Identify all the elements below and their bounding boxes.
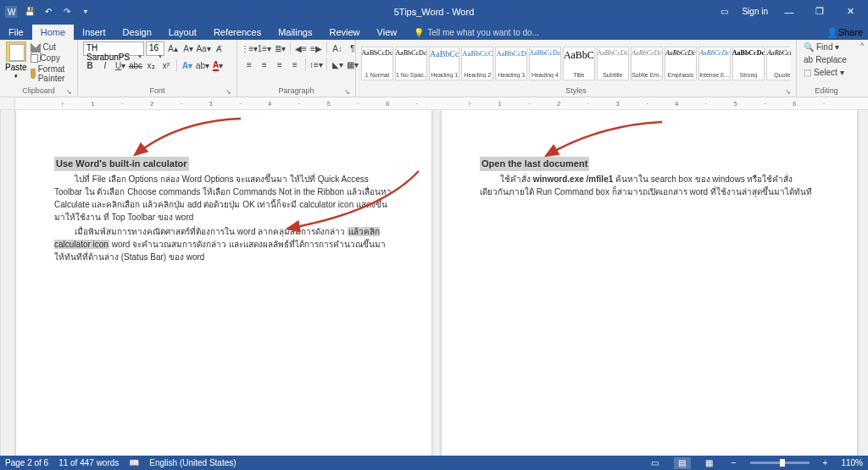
style-item[interactable]: AaBbCcCHeading 2 [461,47,493,80]
bullets-button[interactable]: ⋮≡▾ [242,41,256,55]
paste-button[interactable]: Paste ▾ [5,41,27,80]
change-case-button[interactable]: Aa▾ [197,42,210,56]
tab-view[interactable]: View [369,25,406,40]
zoom-out-button[interactable]: − [728,458,740,467]
strikethrough-button[interactable]: abc [129,58,142,72]
read-mode-icon[interactable]: ▭ [647,457,664,469]
align-right-button[interactable]: ≡ [273,58,287,71]
sort-button[interactable]: A↓ [331,41,344,55]
share-button[interactable]: 👤Share [826,27,863,38]
increase-indent-button[interactable]: ≡▶ [309,41,323,55]
horizontal-ruler[interactable]: ·1·2·3·4·5·6· ·1·2·3·4·5·6· [0,97,868,110]
restore-button[interactable]: ❐ [807,3,832,20]
align-left-button[interactable]: ≡ [242,58,256,71]
style-item[interactable]: AaBbCcDc1 Normal [361,47,393,80]
paragraph-group-label: Paragraph [278,86,314,95]
tab-review[interactable]: Review [321,25,369,40]
superscript-button[interactable]: x² [159,58,173,72]
shading-button[interactable]: ◣▾ [331,58,344,71]
style-item[interactable]: AaBbCcDcSubtitle [597,47,629,80]
document-canvas[interactable]: Use Word's built-in calculator ไปที่ Fil… [0,110,868,456]
status-language[interactable]: English (United States) [149,458,236,467]
eraser-icon: A̸ [216,44,222,53]
tab-insert[interactable]: Insert [74,25,114,40]
web-layout-icon[interactable]: ▦ [701,457,718,469]
subscript-button[interactable]: x₂ [144,58,158,72]
undo-icon[interactable]: ↶ [42,6,54,18]
font-color-button[interactable]: A▾ [211,58,225,72]
text-effects-button[interactable]: A▾ [181,58,194,72]
tab-mailings[interactable]: Mailings [270,25,320,40]
paragraph-launcher-icon[interactable]: ↘ [344,88,350,96]
cursor-icon: ⬚ [804,68,811,77]
shrink-font-button[interactable]: A▾ [181,42,195,56]
minimize-button[interactable]: — [776,3,802,20]
align-center-button[interactable]: ≡ [258,58,271,71]
save-icon[interactable]: 💾 [24,6,36,18]
svg-text:W: W [8,8,16,17]
tab-home[interactable]: Home [32,25,74,40]
style-item[interactable]: AaBbCcDcHeading 4 [529,47,561,80]
style-item[interactable]: AaBbCcDHeading 3 [495,47,526,80]
status-page[interactable]: Page 2 of 6 [5,458,48,467]
clipboard-launcher-icon[interactable]: ↘ [66,88,72,96]
multilevel-list-button[interactable]: ≣▾ [273,41,287,55]
qat-customize-icon[interactable]: ▼ [80,6,92,18]
style-item[interactable]: AaBbCcDcSubtle Em... [631,47,663,80]
collapse-ribbon-icon[interactable]: ^ [860,41,864,50]
decrease-indent-button[interactable]: ◀≡ [294,41,308,55]
cut-button[interactable]: Cut [31,41,72,52]
tab-layout[interactable]: Layout [160,25,205,40]
line-spacing-button[interactable]: ↕≡▾ [309,58,323,71]
numbering-button[interactable]: 1≡▾ [258,41,271,55]
tab-design[interactable]: Design [114,25,160,40]
select-button[interactable]: ⬚Select ▾ [802,67,851,78]
redo-icon[interactable]: ↷ [61,6,73,18]
document-page[interactable]: Use Word's built-in calculator ไปที่ Fil… [16,110,431,456]
tab-file[interactable]: File [0,25,32,40]
style-item[interactable]: AaBbCTitle [563,47,595,80]
copy-icon [31,54,38,63]
style-item[interactable]: AaBbCcDcStrong [732,47,765,80]
justify-button[interactable]: ≡ [288,58,302,71]
status-spellcheck-icon[interactable]: 📖 [129,458,139,467]
zoom-slider[interactable] [750,462,810,464]
style-item[interactable]: AaBbCcDcEmphasis [665,47,697,80]
section-heading: Use Word's built-in calculator [54,157,189,171]
share-icon: 👤 [826,27,838,37]
grow-font-button[interactable]: A▴ [166,42,180,56]
bucket-icon: ◣ [332,60,339,69]
styles-gallery[interactable]: AaBbCcDc1 NormalAaBbCcDc1 No Spac...AaBb… [361,41,791,86]
copy-button[interactable]: Copy [31,53,72,63]
signin-link[interactable]: Sign in [742,7,768,16]
editing-group-label: Editing [815,86,838,95]
font-launcher-icon[interactable]: ↘ [225,88,231,96]
style-item[interactable]: AaBbCcDc1 No Spac... [395,47,427,80]
style-item[interactable]: AaBbCcDcIntense E... [698,47,731,80]
replace-icon: ab [804,55,813,64]
highlight-button[interactable]: ab▾ [196,58,209,72]
find-button[interactable]: 🔍Find ▾ [802,41,851,53]
tell-me-search[interactable]: 💡Tell me what you want to do... [405,25,548,40]
zoom-level[interactable]: 110% [841,458,863,467]
styles-launcher-icon[interactable]: ↘ [785,88,791,96]
ribbon-display-icon[interactable]: ▭ [711,3,737,20]
font-size-combo[interactable]: 16 [146,41,164,56]
tab-references[interactable]: References [205,25,270,40]
style-item[interactable]: AaBbCcDcQuote [766,47,791,80]
close-button[interactable]: ✕ [837,3,863,20]
word-app-icon: W [5,6,17,18]
zoom-in-button[interactable]: + [820,458,832,467]
ribbon-tabs: File Home Insert Design Layout Reference… [0,23,868,40]
document-page[interactable]: Open the last document ใช้คำสั่ง winword… [442,110,857,456]
highlighter-icon: ab [196,61,205,70]
status-wordcount[interactable]: 11 of 447 words [58,458,119,467]
replace-button[interactable]: abReplace [802,54,851,65]
font-name-combo[interactable]: TH SarabunPS [83,41,144,56]
print-layout-icon[interactable]: ▤ [674,457,691,469]
body-paragraph: ไปที่ File เลือก Options กล่อง Word Opti… [54,173,393,224]
style-item[interactable]: AaBbCcHeading 1 [429,47,459,80]
clipboard-group-label: Clipboard [22,86,55,95]
format-painter-button[interactable]: Format Painter [31,64,72,83]
clear-formatting-button[interactable]: A̸ [212,42,225,56]
